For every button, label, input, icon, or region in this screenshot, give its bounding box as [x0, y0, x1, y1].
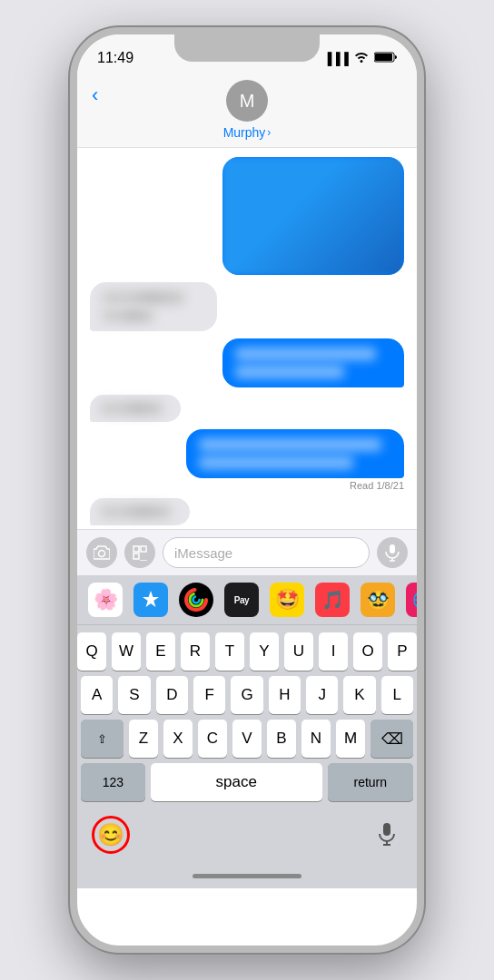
emoji-button[interactable]: 😊: [92, 816, 130, 854]
power-button[interactable]: [420, 171, 424, 234]
read-receipt: Read 1/8/21: [350, 480, 404, 491]
key-K[interactable]: K: [343, 676, 375, 714]
avatar[interactable]: M: [226, 80, 268, 122]
camera-button[interactable]: [86, 537, 117, 568]
status-time: 11:49: [97, 50, 133, 66]
key-P[interactable]: P: [388, 632, 417, 671]
keyboard-row-1: Q W E R T Y U I O P: [81, 632, 413, 671]
photos-app-icon[interactable]: 🌸: [88, 583, 123, 617]
app-strip: 🌸 Pay 🤩 🎵 🥸 🌐: [77, 575, 417, 625]
memoji-icon[interactable]: 🤩: [270, 583, 304, 617]
home-bar[interactable]: [193, 874, 301, 878]
home-indicator: [77, 863, 417, 888]
numbers-key[interactable]: 123: [81, 763, 145, 801]
key-Z[interactable]: Z: [129, 720, 158, 758]
key-D[interactable]: D: [156, 676, 188, 714]
key-T[interactable]: T: [215, 632, 244, 671]
sent-bubble[interactable]: [222, 338, 404, 387]
status-icons: ▐▐▐: [323, 52, 397, 65]
activity-icon[interactable]: [179, 583, 213, 617]
memoji2-icon[interactable]: 🥸: [361, 583, 395, 617]
keyboard-row-4: 123 space return: [81, 763, 413, 801]
key-O[interactable]: O: [353, 632, 382, 671]
contact-name[interactable]: Murphy ›: [223, 125, 272, 140]
key-N[interactable]: N: [301, 720, 331, 758]
key-S[interactable]: S: [118, 676, 150, 714]
key-G[interactable]: G: [231, 676, 262, 714]
message-row: Read 1/8/21: [90, 429, 404, 491]
phone-frame: 11:49 ▐▐▐ ‹ M Murphy ›: [70, 27, 424, 953]
key-Q[interactable]: Q: [77, 632, 106, 671]
chevron-right-icon: ›: [267, 126, 271, 139]
sent-image-bubble[interactable]: [222, 157, 404, 275]
key-I[interactable]: I: [319, 632, 348, 671]
key-E[interactable]: E: [146, 632, 175, 671]
sent-bubble[interactable]: [186, 429, 404, 478]
svg-point-8: [193, 597, 200, 603]
more-icon[interactable]: 🌐: [406, 583, 417, 617]
svg-rect-3: [390, 544, 395, 554]
key-U[interactable]: U: [284, 632, 313, 671]
received-bubble[interactable]: [90, 282, 217, 331]
message-row: [90, 282, 404, 331]
message-row: [90, 157, 404, 275]
apps-button[interactable]: [124, 537, 155, 568]
key-B[interactable]: B: [267, 720, 296, 758]
nav-header: ‹ M Murphy ›: [77, 74, 417, 148]
keyboard: Q W E R T Y U I O P A S D F G H J K L ⇧ …: [77, 625, 417, 810]
volume-down-button[interactable]: [70, 189, 74, 225]
message-input[interactable]: iMessage: [163, 537, 370, 568]
received-bubble[interactable]: [90, 395, 181, 422]
delete-key[interactable]: ⌫: [370, 720, 413, 758]
volume-up-button[interactable]: [70, 143, 74, 180]
space-key[interactable]: space: [151, 763, 322, 801]
bottom-bar: 😊: [77, 810, 417, 863]
svg-rect-9: [383, 823, 390, 836]
key-R[interactable]: R: [181, 632, 210, 671]
key-J[interactable]: J: [306, 676, 338, 714]
mic-button[interactable]: [371, 819, 402, 850]
input-bar: iMessage: [77, 529, 417, 575]
wifi-icon: [354, 52, 369, 65]
key-M[interactable]: M: [336, 720, 365, 758]
signal-icon: ▐▐▐: [323, 52, 349, 65]
keyboard-row-3: ⇧ Z X C V B N M ⌫: [81, 720, 413, 758]
key-V[interactable]: V: [232, 720, 262, 758]
key-W[interactable]: W: [112, 632, 141, 671]
received-bubble[interactable]: [90, 498, 190, 525]
svg-point-2: [99, 551, 105, 557]
audio-button[interactable]: [377, 537, 408, 568]
message-row: [90, 498, 404, 525]
key-A[interactable]: A: [81, 676, 113, 714]
messages-area: Read 1/8/21 Today 11:25 AM Delivered: [77, 148, 417, 529]
message-row: [90, 395, 404, 422]
key-Y[interactable]: Y: [250, 632, 279, 671]
keyboard-row-2: A S D F G H J K L: [81, 676, 413, 714]
key-H[interactable]: H: [269, 676, 301, 714]
message-row: [90, 338, 404, 387]
shift-key[interactable]: ⇧: [81, 720, 124, 758]
svg-point-7: [190, 593, 203, 606]
image-content: [222, 157, 404, 275]
key-C[interactable]: C: [198, 720, 227, 758]
applepay-icon[interactable]: Pay: [224, 583, 259, 617]
key-L[interactable]: L: [381, 676, 413, 714]
key-F[interactable]: F: [193, 676, 225, 714]
svg-rect-1: [375, 54, 392, 61]
return-key[interactable]: return: [328, 763, 413, 801]
back-button[interactable]: ‹: [92, 83, 98, 107]
appstore-icon[interactable]: [133, 583, 168, 617]
battery-icon: [374, 52, 397, 65]
music-icon[interactable]: 🎵: [315, 583, 350, 617]
key-X[interactable]: X: [163, 720, 193, 758]
notch: [174, 34, 320, 62]
